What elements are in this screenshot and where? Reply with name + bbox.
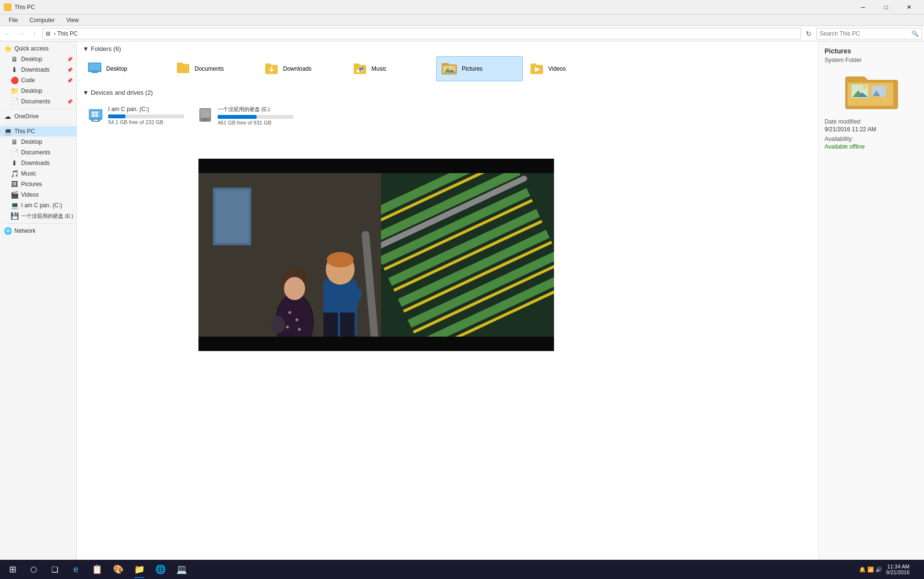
window-title: This PC xyxy=(14,4,35,11)
onedrive-label: OneDrive xyxy=(14,113,39,120)
sidebar-item-pictures-pc[interactable]: 🖼 Pictures xyxy=(0,179,76,189)
sidebar-item-drive-c[interactable]: 💻 I am C pan. (C:) xyxy=(0,200,76,211)
sidebar-item-thispc[interactable]: 💻 This PC xyxy=(0,126,76,137)
sidebar-item-documents-qa[interactable]: 📄 Documents 📌 xyxy=(0,96,76,107)
taskbar-system-tray: 🔔 📶 🔊 xyxy=(855,566,886,573)
folder-item-documents[interactable]: Documents xyxy=(171,56,258,81)
sidebar-item-network[interactable]: 🌐 Network xyxy=(0,226,76,236)
desktop-qa-icon: 🖥 xyxy=(11,55,18,63)
desktop-folder-name: Desktop xyxy=(106,65,127,72)
taskbar: ⊞ ⬡ ❑ e 📋 🎨 📁 🌐 💻 🔔 📶 🔊 11:34 AM 9/21/20… xyxy=(0,560,924,579)
sidebar-item-documents-pc[interactable]: 📄 Documents xyxy=(0,147,76,158)
date-modified-value: 9/21/2016 11:22 AM xyxy=(825,126,918,133)
taskbar-app-fileexplorer2[interactable]: 💻 xyxy=(171,560,192,579)
folder-item-videos[interactable]: Videos xyxy=(525,56,611,81)
search-input[interactable] xyxy=(820,30,912,37)
address-path[interactable]: ⊞ › This PC xyxy=(42,28,801,39)
drive-c-icon: 💻 xyxy=(11,201,18,209)
sidebar-item-quick-access[interactable]: ⭐ Quick access xyxy=(0,43,76,54)
svg-rect-15 xyxy=(92,121,99,122)
preview-availability: Availability: Available offline xyxy=(825,136,918,150)
sidebar-item-onedrive[interactable]: ☁ OneDrive xyxy=(0,111,76,122)
drive-c-name: I am C pan. (C:) xyxy=(108,106,184,113)
sidebar-item-downloads-pc[interactable]: ⬇ Downloads xyxy=(0,158,76,168)
pin-code-qa[interactable]: 📌 xyxy=(67,78,73,83)
svg-point-47 xyxy=(288,311,291,314)
refresh-button[interactable]: ↻ xyxy=(803,28,814,39)
svg-point-70 xyxy=(863,85,867,89)
taskbar-app-explorer[interactable]: 📁 xyxy=(129,560,150,579)
forward-button[interactable]: → xyxy=(15,28,27,39)
back-button[interactable]: ← xyxy=(2,28,13,39)
main-layout: ⭐ Quick access 🖥 Desktop 📌 ⬇ Downloads 📌… xyxy=(0,41,924,565)
desktop-folder-icon xyxy=(87,61,102,77)
sidebar-item-videos-pc[interactable]: 🎬 Videos xyxy=(0,189,76,200)
svg-point-52 xyxy=(284,277,305,300)
folder-item-downloads[interactable]: Downloads xyxy=(259,56,346,81)
search-box[interactable]: 🔍 xyxy=(816,28,922,39)
music-folder-icon xyxy=(352,62,368,76)
sidebar-item-downloads-qa[interactable]: ⬇ Downloads 📌 xyxy=(0,64,76,75)
svg-point-3 xyxy=(357,70,359,73)
desktop-qa-label: Desktop xyxy=(21,56,42,63)
show-desktop-button[interactable] xyxy=(914,560,922,579)
downloads-qa-label: Downloads xyxy=(21,66,49,73)
taskbar-app-chrome[interactable]: 🌐 xyxy=(150,560,171,579)
drive-c-icon-main xyxy=(87,106,104,125)
folders-section-title[interactable]: ▼ Folders (6) xyxy=(83,45,813,52)
app-icon xyxy=(4,3,12,11)
drives-section-title[interactable]: ▼ Devices and drives (2) xyxy=(83,89,813,96)
thispc-label: This PC xyxy=(14,128,35,135)
svg-rect-21 xyxy=(200,109,210,118)
code-qa-icon: 🔴 xyxy=(11,76,18,84)
svg-rect-13 xyxy=(91,120,93,121)
code-qa-label: Code xyxy=(21,77,35,84)
downloads-pc-label: Downloads xyxy=(21,160,49,166)
svg-point-9 xyxy=(452,66,455,69)
taskbar-app-taskbar[interactable]: 📋 xyxy=(86,560,108,579)
taskbar-app-paint[interactable]: 🎨 xyxy=(108,560,129,579)
taskbar-app-edge[interactable]: e xyxy=(65,560,86,579)
preview-subtitle: System Folder xyxy=(825,57,918,63)
quick-access-label: Quick access xyxy=(14,45,49,52)
sidebar-item-desktop2-qa[interactable]: 📁 Desktop xyxy=(0,86,76,96)
sidebar-item-drive-e[interactable]: 💾 一个没屁用的硬盘 (E:) xyxy=(0,211,76,221)
drive-c-label: I am C pan. (C:) xyxy=(21,202,62,209)
pin-documents-qa[interactable]: 📌 xyxy=(67,99,73,104)
taskbar-task-view[interactable]: ❑ xyxy=(44,560,65,579)
folder-item-pictures[interactable]: Pictures xyxy=(436,56,523,81)
content-area: ▼ Folders (6) Desktop Documents xyxy=(77,41,818,565)
sidebar-item-code-qa[interactable]: 🔴 Code 📌 xyxy=(0,75,76,86)
up-button[interactable]: ↑ xyxy=(29,28,40,39)
videos-pc-label: Videos xyxy=(21,191,38,198)
documents-qa-label: Documents xyxy=(21,98,50,105)
taskbar-search[interactable]: ⬡ xyxy=(23,560,44,579)
ribbon-tab-computer[interactable]: Computer xyxy=(25,15,60,25)
drive-item-c[interactable]: I am C pan. (C:) 54.1 GB free of 232 GB xyxy=(83,100,188,131)
folder-item-desktop[interactable]: Desktop xyxy=(83,56,169,81)
close-button[interactable]: ✕ xyxy=(898,0,920,14)
downloads-pc-icon: ⬇ xyxy=(11,159,18,167)
minimize-button[interactable]: ─ xyxy=(852,0,874,14)
folder-item-music[interactable]: Music xyxy=(348,56,434,81)
ribbon-tab-view[interactable]: View xyxy=(62,15,84,25)
maximize-button[interactable]: □ xyxy=(875,0,897,14)
drive-item-e[interactable]: 一个没屁用的硬盘 (E:) 461 GB free of 931 GB xyxy=(192,100,298,131)
taskbar-start-button[interactable]: ⊞ xyxy=(2,560,23,579)
preview-title: Pictures xyxy=(825,47,918,55)
pin-downloads-qa[interactable]: 📌 xyxy=(67,67,73,73)
svg-point-58 xyxy=(327,252,354,267)
pictures-folder-name: Pictures xyxy=(462,65,482,72)
ribbon-tab-file[interactable]: File xyxy=(4,15,23,25)
sidebar-item-music-pc[interactable]: 🎵 Music xyxy=(0,168,76,179)
drive-e-name: 一个没屁用的硬盘 (E:) xyxy=(218,106,294,113)
music-pc-icon: 🎵 xyxy=(11,170,18,177)
sidebar-item-desktop-pc[interactable]: 🖥 Desktop xyxy=(0,137,76,147)
sidebar-item-desktop-qa[interactable]: 🖥 Desktop 📌 xyxy=(0,54,76,64)
pin-desktop-qa[interactable]: 📌 xyxy=(67,57,73,62)
svg-point-50 xyxy=(298,328,301,331)
address-prefix: ⊞ › xyxy=(46,30,57,37)
svg-point-49 xyxy=(286,326,289,328)
documents-pc-icon: 📄 xyxy=(11,149,18,156)
drive-e-bar xyxy=(218,115,257,119)
